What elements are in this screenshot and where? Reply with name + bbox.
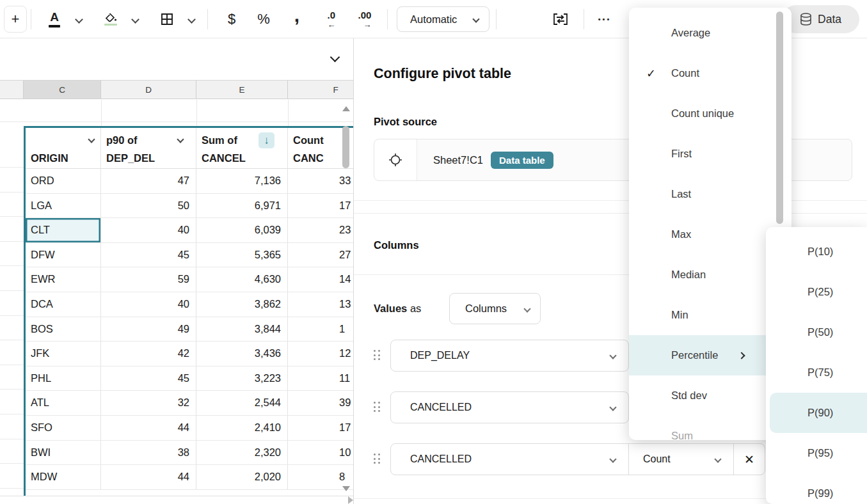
borders-button[interactable]: [159, 0, 175, 38]
text-color-dropdown[interactable]: [73, 0, 84, 38]
submenu-item-p-95-[interactable]: P(95): [766, 433, 867, 473]
cell[interactable]: 2,020: [196, 465, 288, 490]
menu-item-last[interactable]: Last: [629, 174, 791, 214]
cell[interactable]: 3,844: [196, 317, 288, 342]
chevron-down-icon[interactable]: [177, 136, 184, 143]
cell[interactable]: EWR: [26, 267, 101, 292]
cell[interactable]: 14: [288, 267, 354, 292]
cell[interactable]: 50: [101, 194, 196, 219]
cell[interactable]: ATL: [26, 391, 101, 416]
submenu-item-p-75-[interactable]: P(75): [766, 352, 867, 393]
cell[interactable]: 12: [288, 342, 354, 366]
column-header-c[interactable]: C: [24, 81, 101, 98]
chevron-down-icon[interactable]: [88, 136, 95, 143]
cell[interactable]: PHL: [26, 366, 101, 391]
cell[interactable]: 59: [101, 267, 196, 292]
decrease-decimals-button[interactable]: .0←: [322, 0, 340, 38]
remove-field-button[interactable]: ✕: [733, 444, 765, 475]
aggregation-select[interactable]: Count: [628, 444, 733, 475]
cell[interactable]: 33: [288, 169, 354, 194]
table-collapse-button[interactable]: [331, 52, 338, 63]
cell[interactable]: 2,320: [196, 441, 288, 466]
submenu-item-p-10-[interactable]: P(10): [766, 232, 867, 272]
cell[interactable]: 10: [288, 441, 354, 466]
menu-scrollbar[interactable]: [776, 12, 783, 224]
vertical-scrollbar[interactable]: [342, 126, 349, 168]
increase-decimals-button[interactable]: .00→: [354, 0, 376, 38]
cell[interactable]: 17: [288, 194, 354, 219]
pivot-header-origin[interactable]: ORIGIN: [26, 128, 101, 169]
cell[interactable]: 45: [101, 243, 196, 268]
cell[interactable]: 27: [288, 243, 354, 268]
submenu-item-p-25-[interactable]: P(25): [766, 272, 867, 312]
scroll-up-arrow[interactable]: [342, 106, 350, 111]
cell[interactable]: 4,630: [196, 267, 288, 292]
cell[interactable]: 6,039: [196, 218, 288, 243]
menu-item-count[interactable]: ✓Count: [629, 53, 791, 93]
cell[interactable]: 44: [101, 416, 196, 441]
cell[interactable]: 47: [101, 169, 196, 194]
cell[interactable]: MDW: [26, 465, 101, 490]
cell[interactable]: LGA: [26, 194, 101, 219]
cell[interactable]: BWI: [26, 441, 101, 466]
menu-item-count-unique[interactable]: Count unique: [629, 93, 791, 134]
cell[interactable]: 3,862: [196, 292, 288, 317]
cell[interactable]: SFO: [26, 416, 101, 441]
submenu-item-p-90-[interactable]: P(90): [770, 393, 867, 433]
borders-dropdown[interactable]: [186, 0, 197, 38]
drag-handle[interactable]: [374, 402, 381, 412]
fill-color-dropdown[interactable]: [129, 0, 141, 38]
drag-handle[interactable]: [374, 350, 381, 360]
cell[interactable]: BOS: [26, 317, 101, 342]
cell[interactable]: 23: [288, 218, 354, 243]
column-header-d[interactable]: D: [101, 81, 196, 98]
pivot-header-sum-cancel[interactable]: Sum of↓ CANCEL: [196, 128, 288, 169]
cell[interactable]: ORD: [26, 169, 101, 194]
cell[interactable]: 3,223: [196, 366, 288, 391]
column-header-f[interactable]: F: [288, 81, 354, 98]
thousands-separator-button[interactable]: ,: [289, 0, 305, 38]
cell[interactable]: 2,410: [196, 416, 288, 441]
column-header-blank[interactable]: [0, 81, 24, 98]
data-button[interactable]: Data: [782, 5, 859, 33]
cell[interactable]: 45: [101, 366, 196, 391]
submenu-item-p-99-[interactable]: P(99): [766, 473, 867, 504]
cell[interactable]: JFK: [26, 342, 101, 366]
cell[interactable]: DFW: [26, 243, 101, 268]
field-select[interactable]: DEP_DELAY: [391, 340, 628, 371]
menu-item-average[interactable]: Average: [629, 13, 791, 53]
cell[interactable]: 38: [101, 441, 196, 466]
menu-item-first[interactable]: First: [629, 134, 791, 174]
cell[interactable]: 6,971: [196, 194, 288, 219]
cell[interactable]: 40: [101, 218, 196, 243]
cell[interactable]: 13: [288, 292, 354, 317]
add-sheet-button[interactable]: +: [4, 6, 27, 33]
cell[interactable]: 44: [101, 465, 196, 490]
submenu-item-p-50-[interactable]: P(50): [766, 312, 867, 352]
cell[interactable]: 1: [288, 317, 354, 342]
select-range-button[interactable]: [374, 139, 417, 180]
field-select[interactable]: CANCELLED: [391, 392, 628, 423]
scroll-right-arrow[interactable]: [348, 496, 353, 504]
values-as-select[interactable]: Columns: [449, 293, 541, 324]
more-options-button[interactable]: •••: [594, 0, 616, 38]
cell[interactable]: 42: [101, 342, 196, 366]
convert-to-table-button[interactable]: [549, 0, 572, 38]
cell[interactable]: DCA: [26, 292, 101, 317]
cell[interactable]: 40: [101, 292, 196, 317]
text-color-button[interactable]: A: [45, 0, 63, 38]
number-format-select[interactable]: Automatic: [397, 6, 489, 32]
cell[interactable]: 32: [101, 391, 196, 416]
sort-descending-icon[interactable]: ↓: [259, 132, 274, 148]
currency-format-button[interactable]: $: [224, 0, 239, 38]
field-select[interactable]: CANCELLED: [391, 444, 628, 475]
cell[interactable]: 17: [288, 416, 354, 441]
column-header-e[interactable]: E: [196, 81, 288, 98]
scroll-down-arrow[interactable]: [342, 486, 350, 491]
fill-color-button[interactable]: [101, 0, 120, 38]
cell[interactable]: 5,365: [196, 243, 288, 268]
selected-cell[interactable]: CLT: [26, 218, 101, 243]
cell[interactable]: 7,136: [196, 169, 288, 194]
cell[interactable]: 39: [288, 391, 354, 416]
drag-handle[interactable]: [374, 453, 381, 464]
